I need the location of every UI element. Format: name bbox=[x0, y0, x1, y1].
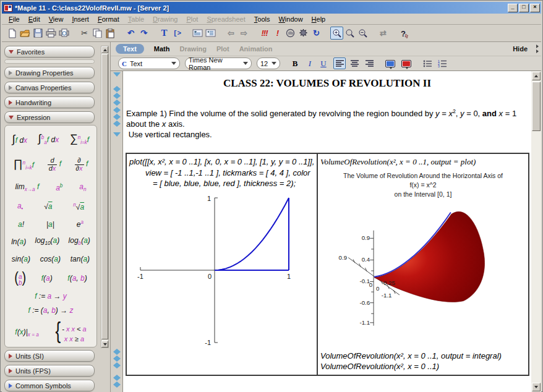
redo-icon[interactable]: ↷ bbox=[137, 27, 150, 40]
hide-toolbar-button[interactable]: Hide bbox=[513, 45, 528, 53]
expr-definite-integral[interactable]: ∫baf dx bbox=[38, 132, 59, 145]
forward-icon[interactable]: ⇨ bbox=[237, 27, 250, 40]
expr-exp[interactable]: ea bbox=[77, 219, 83, 229]
palette-canvas-properties[interactable]: Canvas Properties bbox=[4, 82, 95, 93]
insert-text-icon[interactable]: T bbox=[158, 27, 171, 40]
document-scrollbar[interactable] bbox=[531, 71, 541, 392]
menu-tools[interactable]: Tools bbox=[250, 14, 275, 24]
expr-function-2arg[interactable]: f(a, b) bbox=[67, 274, 87, 283]
expr-sin[interactable]: sin(a) bbox=[12, 255, 30, 263]
menu-window[interactable]: Window bbox=[274, 14, 307, 24]
bullet-list-button[interactable] bbox=[421, 58, 434, 69]
scroll-up-icon[interactable] bbox=[532, 72, 541, 80]
close-button[interactable]: × bbox=[530, 4, 540, 12]
expr-function-def2[interactable]: f := (a, b) → z bbox=[28, 306, 73, 315]
remove-section-icon[interactable] bbox=[204, 27, 217, 40]
menu-insert[interactable]: Insert bbox=[67, 14, 93, 24]
maximize-button[interactable]: □ bbox=[519, 4, 529, 12]
menu-help[interactable]: Help bbox=[307, 14, 330, 24]
table-cell-left[interactable]: plot([[x, x², x = 0 ..1], [x, 0, x = 0 .… bbox=[127, 154, 318, 375]
expr-function-def[interactable]: f := a → y bbox=[35, 292, 67, 300]
plot-3d-region[interactable]: 0.9 0.4 -0.1 -0.6 -1.1 0.9 -1.1 0 0.25 bbox=[320, 199, 526, 343]
execute-icon[interactable]: ! bbox=[271, 27, 284, 40]
expr-derivative[interactable]: ddx f bbox=[48, 157, 61, 172]
expr-subscript[interactable]: an bbox=[79, 182, 86, 192]
new-document-icon[interactable] bbox=[6, 27, 19, 40]
scrollbar-thumb[interactable] bbox=[101, 54, 108, 339]
expr-integral[interactable]: ∫f dx bbox=[12, 133, 27, 146]
expr-logb[interactable]: logb(a) bbox=[69, 236, 90, 246]
open-file-icon[interactable] bbox=[19, 27, 32, 40]
align-right-button[interactable] bbox=[363, 58, 375, 69]
palette-units-fps[interactable]: Units (FPS) bbox=[4, 365, 95, 377]
undo-icon[interactable]: ↶ bbox=[124, 27, 137, 40]
save-icon[interactable] bbox=[32, 27, 45, 40]
expr-piecewise[interactable]: {- x x < ax x ≥ a bbox=[55, 322, 86, 344]
print-preview-icon[interactable] bbox=[58, 27, 71, 40]
expr-function-1arg[interactable]: f(a) bbox=[41, 274, 53, 283]
palette-common-symbols[interactable]: Common Symbols bbox=[4, 380, 95, 391]
expr-indexed[interactable]: a▪ bbox=[17, 202, 24, 211]
expr-abs[interactable]: |a| bbox=[46, 220, 54, 229]
expr-product[interactable]: ∏ni=kf bbox=[14, 158, 34, 171]
menu-format[interactable]: Format bbox=[93, 14, 124, 24]
group-marker-icon[interactable] bbox=[113, 72, 121, 77]
scrollbar-thumb[interactable] bbox=[532, 82, 541, 131]
help-context-icon[interactable]: ? bbox=[397, 27, 410, 40]
insert-maple-input-icon[interactable]: [> bbox=[171, 27, 184, 40]
tab-text[interactable]: Text bbox=[116, 44, 144, 54]
group-marker-icon[interactable] bbox=[113, 132, 121, 137]
expr-power[interactable]: ab bbox=[56, 183, 62, 192]
expr-log10[interactable]: log10(a) bbox=[35, 236, 60, 246]
paragraph-style-select[interactable]: CText bbox=[118, 58, 180, 69]
enclose-section-icon[interactable] bbox=[191, 27, 204, 40]
expr-partial-derivative[interactable]: ∂∂x f bbox=[75, 157, 88, 172]
tab-math[interactable]: Math bbox=[154, 45, 170, 53]
font-size-select[interactable]: 12 bbox=[257, 58, 280, 69]
underline-button[interactable]: U bbox=[317, 58, 330, 69]
worksheet-page[interactable]: CLASS 22: VOLUMES OF REVOLUTION II Examp… bbox=[124, 71, 531, 392]
font-family-select[interactable]: Times New Roman bbox=[185, 58, 252, 69]
expr-eval-at[interactable]: f(x)|x = a bbox=[15, 328, 38, 338]
expr-binomial[interactable]: (ab) bbox=[14, 271, 26, 286]
restart-icon[interactable]: ↻ bbox=[310, 27, 323, 40]
print-icon[interactable] bbox=[45, 27, 58, 40]
scroll-down-icon[interactable] bbox=[101, 341, 108, 347]
zoom-in-icon[interactable] bbox=[330, 27, 343, 40]
menu-file[interactable]: File bbox=[4, 14, 24, 24]
expr-cos[interactable]: cos(a) bbox=[40, 255, 61, 263]
expr-ln[interactable]: ln(a) bbox=[11, 237, 26, 246]
expr-sqrt[interactable]: √a bbox=[44, 202, 52, 211]
cut-icon[interactable]: ✂ bbox=[78, 27, 91, 40]
font-color-button[interactable] bbox=[384, 58, 396, 69]
highlight-color-button[interactable] bbox=[400, 58, 413, 69]
align-left-button[interactable] bbox=[333, 58, 346, 69]
execute-all-icon[interactable]: !!! bbox=[258, 27, 271, 40]
back-icon[interactable]: ⇦ bbox=[224, 27, 237, 40]
paste-icon[interactable] bbox=[104, 27, 117, 40]
scroll-down-icon[interactable] bbox=[532, 383, 541, 391]
scroll-up-icon[interactable] bbox=[101, 46, 108, 53]
debug-icon[interactable] bbox=[297, 27, 310, 40]
toolbar-overflow-icon[interactable] bbox=[536, 45, 539, 53]
palette-drawing-properties[interactable]: Drawing Properties bbox=[4, 67, 95, 79]
italic-button[interactable]: I bbox=[304, 58, 316, 69]
palette-favorites[interactable]: Favorites bbox=[4, 46, 95, 58]
bold-button[interactable]: B bbox=[289, 58, 301, 69]
palette-expression[interactable]: Expression bbox=[4, 111, 95, 123]
table-cell-right[interactable]: VolumeOfRevolution(x², x = 0 ..1, output… bbox=[318, 154, 528, 375]
toggle-tabs-icon[interactable]: ⇄ bbox=[377, 27, 390, 40]
expr-tan[interactable]: tan(a) bbox=[71, 255, 90, 263]
menu-view[interactable]: View bbox=[45, 14, 68, 24]
zoom-out-icon[interactable] bbox=[356, 27, 369, 40]
menu-edit[interactable]: Edit bbox=[24, 14, 45, 24]
interrupt-icon[interactable] bbox=[284, 27, 297, 40]
palette-handwriting[interactable]: Handwriting bbox=[4, 96, 95, 108]
palette-units-si[interactable]: Units (SI) bbox=[4, 350, 95, 362]
minimize-button[interactable]: _ bbox=[508, 4, 518, 12]
zoom-default-icon[interactable] bbox=[343, 27, 356, 40]
align-center-button[interactable] bbox=[348, 58, 361, 69]
numbered-list-button[interactable]: 123 bbox=[436, 58, 448, 69]
expr-nth-root[interactable]: n√a bbox=[73, 202, 84, 211]
sidebar-scrollbar[interactable] bbox=[101, 46, 109, 348]
